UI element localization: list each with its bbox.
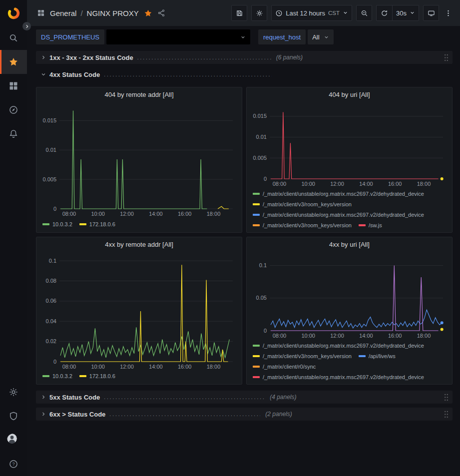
svg-text:14:00: 14:00 [359, 181, 373, 187]
row-4xx-status-code[interactable]: 4xx Status Code ........................… [36, 68, 453, 81]
breadcrumb-dashboard-title[interactable]: NGINX PROXY [87, 9, 139, 17]
svg-text:08:00: 08:00 [273, 181, 287, 187]
row-title: 5xx Status Code [49, 394, 100, 401]
breadcrumb-separator: / [80, 9, 82, 17]
dashboard-settings-button[interactable] [251, 5, 267, 21]
dashboard-variables-bar: DS_PROMETHEUS request_host All [27, 26, 460, 48]
panel-title[interactable]: 404 by remote addr [All] [40, 89, 238, 101]
row-panel-count: (6 panels) [276, 54, 303, 61]
refresh-interval-dropdown[interactable]: 30s [392, 5, 419, 21]
chart-404-by-uri[interactable]: 00.0050.010.01508:0010:0012:0014:0016:00… [251, 101, 448, 188]
dashboard-canvas: 1xx - 3xx - 2xx Status Code ............… [27, 48, 460, 476]
panel-legend: /_matrix/client/unstable/org.matrix.msc2… [251, 340, 448, 382]
sidebar-item-help[interactable]: ? [0, 452, 27, 476]
panel-title[interactable]: 404 by uri [All] [251, 89, 448, 101]
zoom-out-button[interactable] [356, 5, 372, 21]
legend-label: /_matrix/client/v3/room_keys/version [263, 353, 352, 359]
sidebar-item-starred[interactable] [0, 50, 27, 74]
variable-group-request-host: request_host All [258, 29, 334, 44]
compass-icon [8, 105, 18, 115]
svg-text:0.1: 0.1 [49, 258, 56, 264]
row-drag-handle-icon[interactable] [444, 410, 449, 419]
request-host-dropdown[interactable]: All [308, 29, 333, 44]
grafana-flame-icon [7, 6, 20, 20]
svg-text:?: ? [12, 462, 14, 467]
row-1xx-3xx-2xx-status-code[interactable]: 1xx - 3xx - 2xx Status Code ............… [36, 51, 453, 64]
row-drag-handle-icon[interactable] [444, 393, 449, 402]
variable-label-ds-prometheus[interactable]: DS_PROMETHEUS [36, 29, 104, 44]
share-icon[interactable] [157, 9, 165, 17]
legend-item[interactable]: /_matrix/client/unstable/org.matrix.msc2… [253, 340, 424, 351]
chart-4xx-by-remote-addr[interactable]: 00.020.040.060.080.108:0010:0012:0014:00… [40, 251, 238, 371]
refresh-icon [381, 9, 388, 17]
legend-swatch [79, 223, 86, 225]
sidebar: ? [0, 0, 27, 476]
navbar-left: General / NGINX PROXY [37, 9, 165, 17]
sidebar-item-server-admin[interactable] [0, 404, 27, 428]
svg-text:0: 0 [53, 206, 56, 212]
gear-icon [8, 387, 18, 397]
sidebar-item-explore[interactable] [0, 98, 27, 122]
legend-item[interactable]: 172.18.0.6 [79, 219, 115, 229]
sidebar-item-alerting[interactable] [0, 122, 27, 146]
svg-text:0.02: 0.02 [46, 338, 56, 344]
legend-item[interactable]: /_matrix/client/v3/room_keys/version [253, 199, 352, 209]
legend-label: /_matrix/client/v3/room_keys/version [263, 201, 352, 207]
time-range-picker[interactable]: Last 12 hours CST [271, 5, 352, 21]
panel-title[interactable]: 4xx by uri [All] [251, 239, 448, 251]
clock-icon [275, 9, 283, 17]
sidebar-item-configuration[interactable] [0, 380, 27, 404]
chart-404-by-remote-addr[interactable]: 00.0050.010.01508:0010:0012:0014:0016:00… [40, 101, 238, 218]
chevron-right-icon [39, 394, 47, 400]
refresh-button[interactable] [376, 5, 392, 21]
row-panel-count: (2 panels) [265, 411, 292, 418]
sidebar-item-search[interactable] [0, 26, 27, 50]
legend-item[interactable]: /sw.js [359, 220, 382, 230]
svg-text:0.005: 0.005 [42, 176, 56, 182]
svg-text:08:00: 08:00 [273, 333, 287, 339]
legend-item[interactable]: /_matrix/client/unstable/org.matrix.msc2… [253, 372, 424, 382]
grafana-logo[interactable] [0, 0, 27, 26]
search-icon [8, 33, 18, 43]
svg-text:16:00: 16:00 [178, 364, 192, 370]
row-5xx-status-code[interactable]: 5xx Status Code ........................… [36, 391, 453, 404]
row-drag-handle-icon[interactable] [444, 53, 449, 62]
legend-item[interactable]: /api/live/ws [359, 351, 396, 361]
legend-item[interactable]: 10.0.3.2 [42, 219, 72, 229]
time-range-label: Last 12 hours [286, 9, 325, 17]
legend-item[interactable]: /_matrix/client/r0/sync [253, 361, 316, 372]
legend-item[interactable]: 172.18.0.6 [79, 371, 115, 381]
legend-item[interactable]: /_matrix/client/unstable/org.matrix.msc2… [253, 209, 424, 220]
sidebar-item-profile[interactable] [0, 428, 27, 452]
datasource-dropdown[interactable] [106, 29, 250, 44]
legend-item[interactable]: /_matrix/client/unstable/org.matrix.msc2… [253, 188, 424, 199]
chart-4xx-by-uri[interactable]: 00.050.108:0010:0012:0014:0016:0018:00 [251, 251, 448, 340]
breadcrumb-folder[interactable]: General [50, 9, 76, 17]
main-area: General / NGINX PROXY [27, 0, 460, 476]
favorite-star-icon[interactable] [144, 9, 152, 17]
panel-title[interactable]: 4xx by remote addr [All] [40, 239, 238, 251]
legend-item[interactable]: 10.0.3.2 [42, 371, 72, 381]
svg-text:12:00: 12:00 [120, 211, 134, 217]
monitor-icon [428, 9, 435, 17]
legend-item[interactable]: /_matrix/client/v3/room_keys/version [253, 220, 352, 230]
chevron-down-icon [324, 34, 329, 40]
legend-label: 10.0.3.2 [52, 221, 72, 227]
legend-swatch [253, 203, 260, 205]
sidebar-expand-toggle[interactable] [22, 22, 31, 30]
kebab-menu-icon[interactable] [443, 9, 453, 17]
row-6xx-status-code[interactable]: 6xx > Status Code ......................… [36, 408, 453, 421]
row-leader-dots: ........................................… [109, 412, 260, 417]
svg-text:10:00: 10:00 [91, 211, 105, 217]
legend-item[interactable]: /_matrix/client/v3/room_keys/version [253, 351, 352, 361]
save-dashboard-button[interactable] [231, 5, 247, 21]
tv-mode-button[interactable] [423, 5, 439, 21]
variable-label-request-host[interactable]: request_host [258, 29, 306, 44]
legend-label: /_matrix/client/unstable/org.matrix.msc2… [263, 212, 424, 218]
panel-legend: 10.0.3.2172.18.0.6 [40, 371, 238, 382]
svg-text:18:00: 18:00 [207, 364, 221, 370]
dashboards-grid-icon[interactable] [37, 9, 45, 17]
svg-text:14:00: 14:00 [149, 211, 163, 217]
sidebar-item-dashboards[interactable] [0, 74, 27, 98]
legend-swatch [253, 376, 260, 378]
